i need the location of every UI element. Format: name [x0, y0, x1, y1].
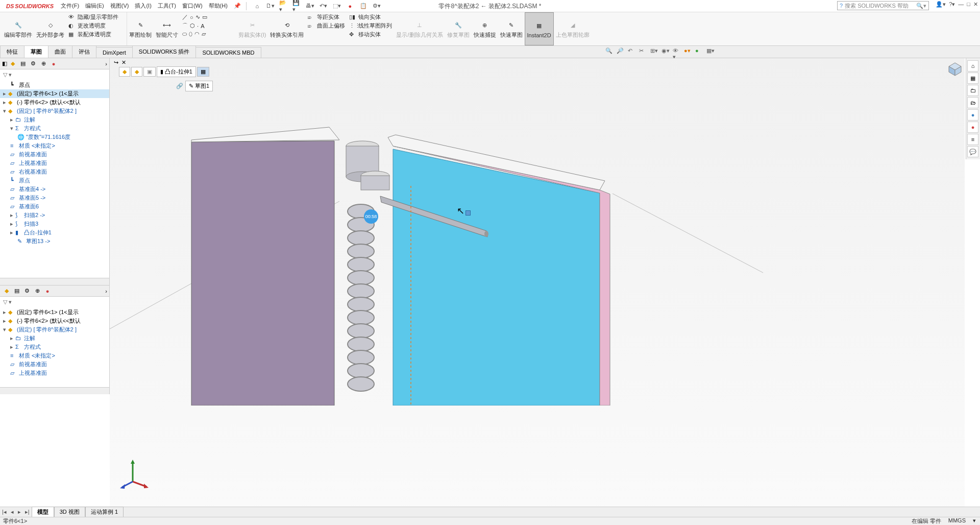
repair-button[interactable]: 🔧修复草图: [445, 12, 472, 45]
tree2-equations[interactable]: ▸Σ方程式: [0, 343, 109, 351]
tree2-top[interactable]: ▱上视基准面: [0, 369, 109, 377]
tree2-front[interactable]: ▱前视基准面: [0, 360, 109, 369]
menu-help[interactable]: 帮助(H): [206, 2, 231, 10]
expand-icon[interactable]: ›: [105, 61, 107, 67]
surface-offset-button[interactable]: ⎄曲面上偏移: [308, 22, 345, 30]
move-button[interactable]: ✥移动实体: [349, 31, 392, 38]
tree-origin[interactable]: ┗原点: [0, 81, 109, 89]
tree-right-plane[interactable]: ▱右视基准面: [0, 168, 109, 176]
appearances-icon[interactable]: ●: [967, 122, 978, 133]
tab-feature[interactable]: 特征: [0, 45, 24, 58]
custom-props-icon[interactable]: ≡: [967, 134, 978, 145]
property-mgr-icon[interactable]: ▤: [18, 59, 28, 68]
tree-sweep2[interactable]: ▸⟆扫描2 ->: [0, 211, 109, 220]
close-icon[interactable]: ✕: [973, 1, 978, 8]
instant2d-button[interactable]: ▦Instant2D: [525, 12, 554, 45]
menu-insert[interactable]: 插入(I): [132, 2, 154, 10]
tree2-part6-1[interactable]: ▸◆(固定) 零件6<1> (1<显示: [0, 308, 109, 317]
tab-model[interactable]: 模型: [32, 507, 54, 517]
tab-evaluate[interactable]: 评估: [72, 45, 96, 58]
zoom-fit-icon[interactable]: 🔍: [605, 47, 614, 56]
tree-material[interactable]: ≡材质 <未指定>: [0, 141, 109, 150]
selection-handle[interactable]: [465, 210, 471, 216]
design-lib-icon[interactable]: 🗀: [967, 85, 978, 96]
transparency-button[interactable]: ◐更改透明度: [68, 22, 118, 30]
mirror-button[interactable]: ▯▮镜向实体: [349, 13, 392, 21]
tree-eq-value[interactable]: 🌐"度数"=71.1616度: [0, 133, 109, 141]
user-icon[interactable]: 👤▾: [936, 1, 946, 8]
zoom-area-icon[interactable]: 🔎: [617, 47, 625, 56]
tab-mbd[interactable]: SOLIDWORKS MBD: [195, 47, 261, 58]
tab-surface[interactable]: 曲面: [48, 45, 72, 58]
linear-pattern-button[interactable]: ⋮⋮线性草图阵列: [349, 22, 392, 30]
appearance-icon[interactable]: ●▾: [684, 47, 692, 56]
status-menu-icon[interactable]: ▾: [973, 517, 976, 525]
shaded-sketch-button[interactable]: ◢上色草图轮廓: [554, 12, 592, 45]
menu-pin-icon[interactable]: 📌: [231, 3, 244, 9]
settings-icon[interactable]: ⚙▾: [372, 2, 381, 11]
tree-plane6[interactable]: ▱基准面6: [0, 202, 109, 211]
render-icon[interactable]: ▦▾: [706, 47, 715, 56]
display-style-icon[interactable]: ◉▾: [662, 47, 670, 56]
search-input[interactable]: ? 搜索 SOLIDWORKS 帮助 🔍▾: [837, 1, 929, 10]
tab-next-icon[interactable]: ▸: [16, 509, 23, 515]
resources-icon[interactable]: ▦: [967, 73, 978, 84]
select-icon[interactable]: ⬚▾: [332, 2, 341, 11]
tree2-annotations[interactable]: ▸🗀注解: [0, 334, 109, 343]
convert-button[interactable]: ⟲转换实体引用: [268, 12, 306, 45]
home-pane-icon[interactable]: ⌂: [967, 60, 978, 71]
filter-row[interactable]: ▽ ▾: [0, 69, 109, 80]
sketch-button[interactable]: ✎草图绘制: [127, 12, 154, 45]
flyout-icon[interactable]: ◧: [2, 60, 7, 67]
save-icon[interactable]: 💾▾: [292, 2, 302, 11]
tree-part6-2[interactable]: ▸◆(-) 零件6<2> (默认<<默认: [0, 98, 109, 107]
feature-tree-icon[interactable]: ◆: [8, 59, 17, 68]
config-mgr-icon[interactable]: ⚙: [29, 59, 38, 68]
tree-front-plane[interactable]: ▱前视基准面: [0, 150, 109, 159]
tree-top-plane[interactable]: ▱上视基准面: [0, 159, 109, 168]
open-icon[interactable]: 📂▾: [279, 2, 288, 11]
menu-file[interactable]: 文件(F): [58, 2, 82, 10]
help-icon-2[interactable]: ?▾: [949, 1, 955, 8]
relations-button[interactable]: ⊥显示/删除几何关系: [394, 12, 445, 45]
undo-icon[interactable]: ↶▾: [319, 2, 328, 11]
feature-tree-icon-2[interactable]: ◆: [2, 287, 11, 296]
tree-origin-2[interactable]: ┗原点: [0, 176, 109, 185]
asm-transparency-button[interactable]: ▦装配体透明度: [68, 31, 118, 38]
tab-addins[interactable]: SOLIDWORKS 插件: [132, 45, 197, 58]
prev-view-icon[interactable]: ↶: [628, 47, 636, 56]
edit-component-button[interactable]: 🔧 编辑零部件: [2, 12, 34, 45]
menu-window[interactable]: 窗口(W): [179, 2, 206, 10]
graphics-viewport[interactable]: ↪ ✕ ◆ ◆ ▣ ▮凸台-拉伸1 ▦ 🔗 ✎草图1: [110, 58, 965, 508]
tree2-material[interactable]: ≡材质 <未指定>: [0, 351, 109, 360]
tree-sketch13[interactable]: ✎草图13 ->: [0, 237, 109, 246]
view-orient-icon[interactable]: ⊞▾: [650, 47, 658, 56]
rapid-sketch-button[interactable]: ✎快速草图: [498, 12, 525, 45]
menu-tools[interactable]: 工具(T): [155, 2, 179, 10]
file-explorer-icon[interactable]: 🗁: [967, 97, 978, 108]
tab-dimxpert[interactable]: DimXpert: [96, 47, 133, 58]
dimxpert-mgr-icon[interactable]: ⊕: [39, 59, 48, 68]
display-mgr-icon[interactable]: ●: [49, 59, 58, 68]
status-units[interactable]: MMGS: [948, 517, 966, 525]
menu-view[interactable]: 视图(V): [107, 2, 132, 10]
tab-3dview[interactable]: 3D 视图: [54, 507, 85, 517]
scene-icon[interactable]: ●: [695, 47, 703, 56]
tab-first-icon[interactable]: |◂: [0, 509, 9, 515]
forum-icon[interactable]: 💬: [967, 146, 978, 157]
minimize-icon[interactable]: —: [958, 1, 964, 8]
menu-edit[interactable]: 编辑(E): [82, 2, 107, 10]
quick-snap-button[interactable]: ⊕快速捕捉: [472, 12, 498, 45]
tab-motion[interactable]: 运动算例 1: [85, 507, 124, 517]
tab-sketch[interactable]: 草图: [24, 45, 48, 58]
trim-button[interactable]: ✂剪裁实体(I): [236, 12, 268, 45]
options-icon[interactable]: 📋: [359, 2, 368, 11]
no-external-ref-button[interactable]: ◇ 无外部参考: [34, 12, 66, 45]
smart-dim-button[interactable]: ⟷智能尺寸: [154, 12, 180, 45]
view-palette-icon[interactable]: ●: [967, 109, 978, 121]
offset-button[interactable]: ⎄等距实体: [308, 13, 345, 21]
tree-plane5[interactable]: ▱基准面5 ->: [0, 194, 109, 202]
tree2-part6-2[interactable]: ▸◆(-) 零件6<2> (默认<<默认: [0, 317, 109, 325]
tree-annotations[interactable]: ▸🗀注解: [0, 115, 109, 124]
tree2-part8[interactable]: ▾◆(固定) [ 零件8^装配体2 ]: [0, 325, 109, 334]
